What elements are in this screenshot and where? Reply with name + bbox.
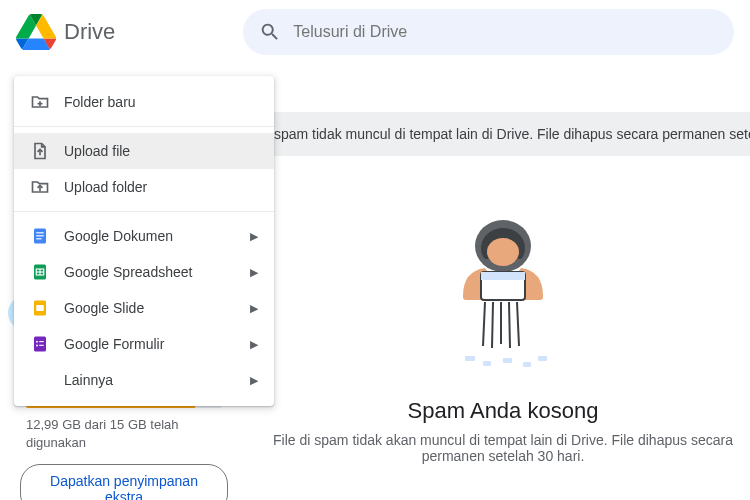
menu-separator xyxy=(14,126,274,127)
svg-rect-31 xyxy=(36,305,44,311)
header: Drive xyxy=(0,0,750,64)
svg-rect-7 xyxy=(481,272,525,280)
svg-rect-32 xyxy=(34,337,46,352)
new-context-menu: Folder baru Upload file Upload folder Go… xyxy=(14,76,274,406)
svg-rect-36 xyxy=(39,345,44,346)
empty-illustration-icon xyxy=(403,216,603,376)
info-banner: spam tidak muncul di tempat lain di Driv… xyxy=(256,112,750,156)
chevron-right-icon: ▶ xyxy=(250,338,258,351)
svg-point-4 xyxy=(487,238,519,266)
chevron-right-icon: ▶ xyxy=(250,266,258,279)
svg-point-35 xyxy=(36,345,38,347)
logo[interactable]: Drive xyxy=(16,12,115,52)
menu-label: Folder baru xyxy=(64,94,136,110)
menu-separator xyxy=(14,211,274,212)
search-bar[interactable] xyxy=(243,9,734,55)
menu-label: Google Dokumen xyxy=(64,228,173,244)
menu-google-slides[interactable]: Google Slide ▶ xyxy=(14,290,274,326)
menu-label: Upload folder xyxy=(64,179,147,195)
svg-rect-24 xyxy=(36,235,44,236)
sheets-icon xyxy=(30,263,50,281)
empty-state: Spam Anda kosong File di spam tidak akan… xyxy=(256,216,750,464)
docs-icon xyxy=(30,227,50,245)
drive-logo-icon xyxy=(16,12,56,52)
menu-google-forms[interactable]: Google Formulir ▶ xyxy=(14,326,274,362)
upload-file-icon xyxy=(30,141,50,161)
menu-upload-file[interactable]: Upload file xyxy=(14,133,274,169)
menu-label: Lainnya xyxy=(64,372,113,388)
slides-icon xyxy=(30,299,50,317)
svg-rect-14 xyxy=(483,361,491,366)
upload-folder-icon xyxy=(30,177,50,197)
menu-new-folder[interactable]: Folder baru xyxy=(14,84,274,120)
svg-rect-16 xyxy=(523,362,531,367)
product-name: Drive xyxy=(64,19,115,45)
menu-label: Google Slide xyxy=(64,300,144,316)
menu-google-docs[interactable]: Google Dokumen ▶ xyxy=(14,218,274,254)
main-content: spam tidak muncul di tempat lain di Driv… xyxy=(256,64,750,464)
menu-more[interactable]: Lainnya ▶ xyxy=(14,362,274,398)
svg-rect-23 xyxy=(36,232,44,233)
svg-rect-17 xyxy=(538,356,547,361)
svg-rect-15 xyxy=(503,358,512,363)
empty-subtitle: File di spam tidak akan muncul di tempat… xyxy=(256,432,750,464)
menu-label: Google Spreadsheet xyxy=(64,264,192,280)
search-icon xyxy=(259,21,281,43)
storage-used-text: 12,99 GB dari 15 GB telah digunakan xyxy=(26,416,222,452)
svg-rect-34 xyxy=(39,341,44,342)
svg-line-8 xyxy=(483,302,485,346)
svg-line-12 xyxy=(517,302,519,346)
forms-icon xyxy=(30,335,50,353)
svg-point-33 xyxy=(36,341,38,343)
chevron-right-icon: ▶ xyxy=(250,374,258,387)
svg-rect-13 xyxy=(465,356,475,361)
svg-line-11 xyxy=(509,302,510,348)
svg-line-9 xyxy=(492,302,493,348)
menu-google-sheets[interactable]: Google Spreadsheet ▶ xyxy=(14,254,274,290)
svg-rect-25 xyxy=(36,238,41,239)
search-input[interactable] xyxy=(293,23,718,41)
menu-label: Upload file xyxy=(64,143,130,159)
new-folder-icon xyxy=(30,92,50,112)
chevron-right-icon: ▶ xyxy=(250,230,258,243)
empty-title: Spam Anda kosong xyxy=(256,398,750,424)
menu-upload-folder[interactable]: Upload folder xyxy=(14,169,274,205)
chevron-right-icon: ▶ xyxy=(250,302,258,315)
menu-label: Google Formulir xyxy=(64,336,164,352)
get-storage-button[interactable]: Dapatkan penyimpanan ekstra xyxy=(20,464,228,500)
